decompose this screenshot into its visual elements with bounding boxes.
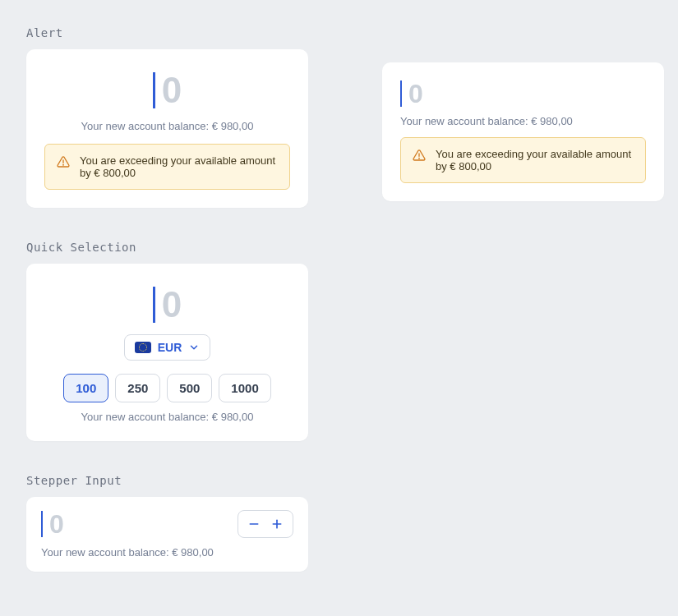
currency-select[interactable]: EUR — [124, 334, 211, 361]
balance-line: Your new account balance: € 980,00 — [44, 411, 290, 423]
section-label-quick: Quick Selection — [26, 241, 652, 254]
warning-alert: You are exceeding your available amount … — [44, 144, 290, 190]
amount-input[interactable]: 0 — [153, 287, 182, 323]
svg-point-1 — [63, 164, 64, 165]
quick-amount-button[interactable]: 1000 — [219, 374, 270, 402]
amount-input[interactable]: 0 — [153, 72, 182, 108]
balance-line: Your new account balance: € 980,00 — [41, 546, 293, 559]
quick-amount-button[interactable]: 500 — [167, 374, 212, 402]
warning-icon — [413, 149, 426, 162]
balance-line: Your new account balance: € 980,00 — [400, 115, 646, 127]
amount-input[interactable]: 0 — [41, 511, 64, 537]
stepper-plus-button[interactable] — [270, 517, 284, 531]
quick-amount-button[interactable]: 100 — [63, 374, 108, 402]
chevron-down-icon — [188, 342, 200, 353]
warning-text: You are exceeding your available amount … — [80, 154, 278, 179]
svg-point-3 — [419, 158, 420, 159]
quick-amount-row: 100 250 500 1000 — [44, 374, 290, 402]
amount-card-stepper: 0 Your new account balance: € 980,00 — [26, 497, 308, 572]
warning-text: You are exceeding your available amount … — [436, 148, 634, 172]
quantity-stepper — [238, 510, 293, 538]
warning-alert: You are exceeding your available amount … — [400, 137, 646, 183]
amount-card-alert-compact: 0 Your new account balance: € 980,00 — [382, 62, 664, 201]
section-label-alert: Alert — [26, 26, 308, 39]
stepper-minus-button[interactable] — [247, 517, 261, 531]
amount-card-quick: 0 EUR 100 250 500 1000 — [26, 264, 308, 441]
currency-code: EUR — [158, 341, 182, 354]
amount-card-alert: 0 Your new account balance: € 980,00 — [26, 49, 308, 208]
warning-icon — [57, 155, 70, 168]
quick-amount-button[interactable]: 250 — [115, 374, 160, 402]
balance-line: Your new account balance: € 980,00 — [44, 120, 290, 132]
amount-input[interactable]: 0 — [400, 80, 423, 107]
flag-eu-icon — [135, 342, 151, 353]
section-label-stepper: Stepper Input — [26, 474, 652, 487]
